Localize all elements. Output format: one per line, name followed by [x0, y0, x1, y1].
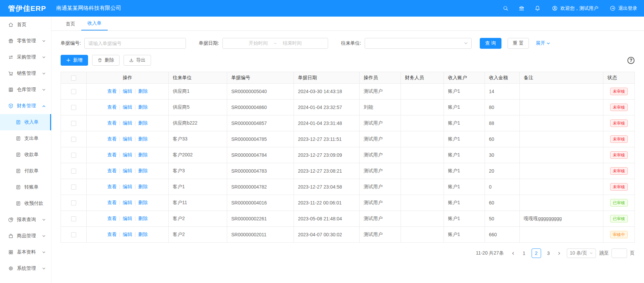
status-badge: 未审核	[610, 88, 628, 95]
col-amount: 收入金额	[485, 72, 520, 84]
select-all-checkbox[interactable]	[71, 75, 76, 81]
row-checkbox[interactable]	[71, 200, 76, 205]
partner-cell: 客户2002	[169, 147, 227, 163]
sidebar-item-purchase-mgmt[interactable]: 采购管理	[0, 49, 51, 65]
finance-cell	[401, 211, 444, 227]
export-button[interactable]: 导出	[124, 55, 151, 66]
delete-link[interactable]: 删除	[138, 184, 148, 189]
view-link[interactable]: 查看	[107, 184, 117, 189]
row-checkbox[interactable]	[71, 216, 76, 221]
delete-link[interactable]: 删除	[138, 136, 148, 142]
add-button[interactable]: 新增	[61, 55, 88, 66]
sidebar-item-basic-data[interactable]: 基本资料	[0, 244, 51, 260]
basic-icon	[8, 249, 14, 255]
chevron-down-icon	[587, 252, 593, 255]
delete-link[interactable]: 删除	[138, 200, 148, 205]
view-link[interactable]: 查看	[107, 88, 117, 94]
edit-link[interactable]: 编辑	[123, 120, 132, 126]
amount-cell: 660	[485, 227, 520, 243]
partner-label: 往来单位:	[341, 40, 361, 46]
doc-icon	[16, 168, 21, 174]
help-icon[interactable]: ?	[627, 57, 635, 64]
sidebar-item-report-query[interactable]: 报表查询	[0, 212, 51, 228]
view-link[interactable]: 查看	[107, 216, 117, 221]
delete-link[interactable]: 删除	[138, 104, 148, 110]
view-link[interactable]: 查看	[107, 200, 117, 205]
row-checkbox[interactable]	[71, 169, 76, 174]
view-link[interactable]: 查看	[107, 104, 117, 110]
edit-link[interactable]: 编辑	[123, 168, 132, 173]
delete-link[interactable]: 删除	[138, 232, 148, 237]
edit-link[interactable]: 编辑	[123, 216, 132, 221]
sidebar-item-payment-doc[interactable]: 付款单	[0, 163, 51, 179]
row-checkbox[interactable]	[71, 137, 76, 142]
bell-icon[interactable]	[535, 5, 540, 11]
partner-select[interactable]	[365, 38, 472, 49]
edit-link[interactable]: 编辑	[123, 152, 132, 157]
bank-icon[interactable]	[519, 5, 524, 11]
view-link[interactable]: 查看	[107, 168, 117, 173]
reset-button[interactable]: 重 置	[508, 38, 529, 49]
view-link[interactable]: 查看	[107, 120, 117, 126]
sidebar-item-goods-mgmt[interactable]: 商品管理	[0, 228, 51, 244]
sidebar-item-system-mgmt[interactable]: 系统管理	[0, 260, 51, 277]
page-size-select[interactable]: 10 条/页	[567, 248, 596, 258]
col-doc-no: 单据编号	[227, 72, 294, 84]
edit-link[interactable]: 编辑	[123, 184, 132, 189]
search-button[interactable]: 查 询	[480, 38, 501, 49]
sidebar-item-warehouse-mgmt[interactable]: 仓库管理	[0, 82, 51, 98]
sidebar-item-retail-mgmt[interactable]: 零售管理	[0, 33, 51, 49]
page-3[interactable]: 3	[544, 248, 553, 258]
row-checkbox[interactable]	[71, 184, 76, 190]
delete-link[interactable]: 删除	[138, 120, 148, 126]
delete-link[interactable]: 删除	[138, 88, 148, 94]
top-header: 管伊佳ERP 南通某某网络科技有限公司 欢迎您，测试用户 退出登录	[0, 0, 644, 17]
sidebar-item-receipt-doc[interactable]: 收款单	[0, 147, 51, 163]
row-checkbox[interactable]	[71, 153, 76, 158]
view-link[interactable]: 查看	[107, 152, 117, 157]
next-page-button[interactable]	[555, 248, 564, 258]
logout-button[interactable]: 退出登录	[610, 5, 637, 12]
sidebar-item-transfer-doc[interactable]: 转账单	[0, 179, 51, 195]
delete-link[interactable]: 删除	[138, 168, 148, 173]
page-1[interactable]: 1	[519, 248, 529, 258]
sidebar-item-income-doc[interactable]: 收入单	[0, 114, 51, 130]
welcome-user[interactable]: 欢迎您，测试用户	[552, 5, 598, 12]
delete-link[interactable]: 删除	[138, 216, 148, 221]
row-checkbox[interactable]	[71, 89, 76, 94]
sidebar-item-label: 采购管理	[17, 54, 36, 60]
delete-link[interactable]: 删除	[138, 152, 148, 157]
view-link[interactable]: 查看	[107, 136, 117, 142]
remark-cell	[520, 227, 603, 243]
sidebar-item-prepayment[interactable]: 收预付款	[0, 195, 51, 212]
sidebar-item-finance-mgmt[interactable]: 财务管理	[0, 98, 51, 114]
row-checkbox[interactable]	[71, 121, 76, 126]
doc-no-input[interactable]	[84, 38, 186, 49]
edit-link[interactable]: 编辑	[123, 232, 132, 237]
chevron-icon	[42, 39, 46, 43]
row-checkbox[interactable]	[71, 105, 76, 110]
sidebar-item-expense-doc[interactable]: 支出单	[0, 130, 51, 147]
user-icon	[552, 5, 558, 11]
date-range-input[interactable]: 开始时间 ~ 结束时间	[222, 38, 328, 49]
tab-home[interactable]: 首页	[60, 18, 81, 30]
logout-icon	[610, 5, 616, 11]
edit-link[interactable]: 编辑	[123, 136, 132, 142]
view-link[interactable]: 查看	[107, 232, 117, 237]
finance-cell	[401, 100, 444, 115]
doc-date-label: 单据日期:	[199, 40, 219, 46]
search-icon[interactable]	[503, 5, 509, 11]
edit-link[interactable]: 编辑	[123, 104, 132, 110]
sidebar-item-sales-mgmt[interactable]: 销售管理	[0, 65, 51, 82]
sidebar-item-home[interactable]: 首页	[0, 17, 51, 33]
tab-income[interactable]: 收入单	[81, 17, 108, 30]
edit-link[interactable]: 编辑	[123, 200, 132, 205]
edit-link[interactable]: 编辑	[123, 88, 132, 94]
row-checkbox[interactable]	[71, 232, 76, 237]
doc-no-cell: SR00000004784	[227, 147, 294, 163]
page-2-active[interactable]: 2	[532, 248, 541, 258]
page-jump-input[interactable]	[611, 248, 627, 258]
expand-link[interactable]: 展开	[536, 40, 550, 46]
prev-page-button[interactable]	[509, 248, 518, 258]
delete-button[interactable]: 删除	[92, 55, 120, 66]
